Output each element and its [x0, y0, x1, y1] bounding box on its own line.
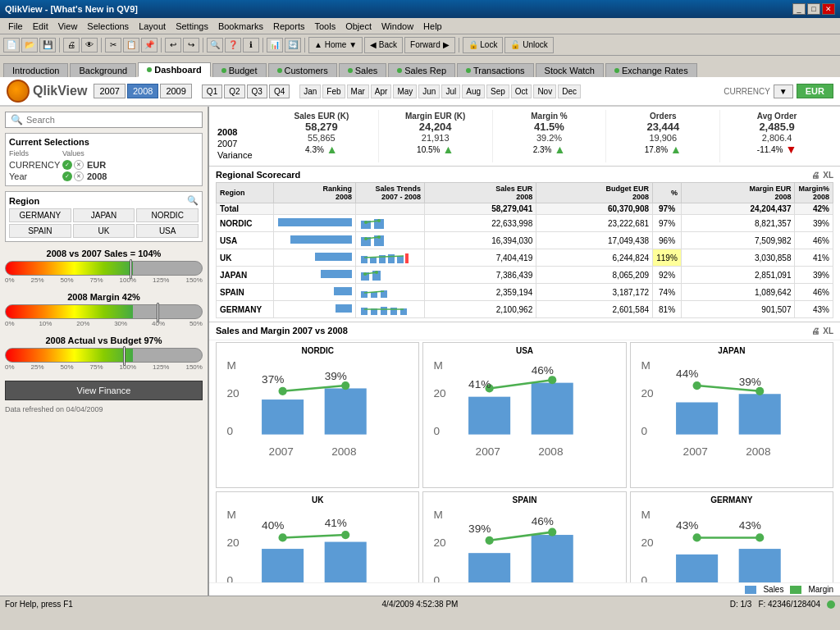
- toolbar-search[interactable]: 🔍: [207, 38, 223, 52]
- cs-year-white-icon[interactable]: ✕: [74, 171, 84, 181]
- menu-settings[interactable]: Settings: [171, 21, 213, 32]
- charts-print-icon[interactable]: 🖨: [811, 326, 819, 336]
- menu-layout[interactable]: Layout: [134, 21, 171, 32]
- cs-currency-green-icon[interactable]: ✓: [62, 160, 72, 170]
- menu-edit[interactable]: Edit: [28, 21, 53, 32]
- mar-button[interactable]: Mar: [347, 84, 369, 98]
- region-spain[interactable]: SPAIN: [9, 224, 71, 238]
- charts-grid: NORDIC M 20 0: [216, 342, 833, 506]
- sep-button[interactable]: Sep: [486, 84, 509, 98]
- region-usa[interactable]: USA: [136, 224, 199, 238]
- tab-salesrep-label: Sales Rep: [404, 66, 446, 75]
- tab-background[interactable]: Background: [70, 63, 136, 77]
- region-japan[interactable]: JAPAN: [73, 208, 135, 222]
- view-finance-button[interactable]: View Finance: [5, 381, 203, 400]
- q2-button[interactable]: Q2: [224, 84, 244, 98]
- scorecard-print-icon[interactable]: 🖨: [811, 171, 819, 180]
- menu-reports[interactable]: Reports: [268, 21, 310, 32]
- toolbar-help[interactable]: ❓: [225, 38, 241, 52]
- menu-view[interactable]: View: [53, 21, 83, 32]
- sc-total-marginpct: 42%: [795, 203, 833, 215]
- scorecard-xl-icon[interactable]: XL: [823, 171, 833, 180]
- gauge-budget-needle: [123, 346, 126, 366]
- menu-tools[interactable]: Tools: [309, 21, 340, 32]
- tab-stockwatch[interactable]: Stock Watch: [536, 63, 604, 77]
- year-2008-button[interactable]: 2008: [127, 84, 158, 98]
- tab-introduction[interactable]: Introduction: [3, 63, 68, 77]
- dec-button[interactable]: Dec: [558, 84, 581, 98]
- toolbar-new[interactable]: 📄: [3, 38, 20, 52]
- jan-button[interactable]: Jan: [299, 84, 321, 98]
- maximize-button[interactable]: □: [807, 3, 820, 15]
- toolbar-info[interactable]: ℹ: [243, 38, 259, 52]
- toolbar-save[interactable]: 💾: [39, 38, 56, 52]
- may-button[interactable]: May: [393, 84, 417, 98]
- aug-button[interactable]: Aug: [462, 84, 485, 98]
- cs-currency-white-icon[interactable]: ✕: [74, 160, 84, 170]
- tab-dashboard[interactable]: Dashboard: [138, 62, 210, 77]
- q1-button[interactable]: Q1: [202, 84, 222, 98]
- jun-button[interactable]: Jun: [418, 84, 440, 98]
- cs-year-green-icon[interactable]: ✓: [62, 171, 72, 181]
- close-button[interactable]: ✕: [822, 3, 835, 15]
- svg-rect-35: [262, 399, 304, 435]
- menu-bookmarks[interactable]: Bookmarks: [213, 21, 268, 32]
- region-search-icon[interactable]: 🔍: [187, 195, 199, 206]
- apr-button[interactable]: Apr: [371, 84, 392, 98]
- tab-transactions[interactable]: Transactions: [457, 63, 534, 77]
- tab-customers[interactable]: Customers: [268, 63, 337, 77]
- unlock-button[interactable]: 🔓 Unlock: [504, 37, 553, 53]
- region-germany[interactable]: GERMANY: [9, 208, 71, 222]
- nov-button[interactable]: Nov: [533, 84, 556, 98]
- charts-icons: 🖨 XL: [811, 326, 833, 336]
- toolbar-reload[interactable]: 🔄: [285, 38, 301, 52]
- toolbar-chart[interactable]: 📊: [267, 38, 283, 52]
- menu-object[interactable]: Object: [340, 21, 377, 32]
- sc-uk-region: UK: [217, 249, 274, 267]
- right-panel: 2008 2007 Variance Sales EUR (K) 58,279 …: [209, 107, 840, 596]
- tab-budget[interactable]: Budget: [212, 63, 267, 77]
- cs-currency-icons: ✓ ✕: [62, 160, 84, 170]
- svg-text:2007: 2007: [682, 445, 707, 458]
- menu-help[interactable]: Help: [418, 21, 447, 32]
- minimize-button[interactable]: _: [792, 3, 806, 15]
- q4-button[interactable]: Q4: [269, 84, 290, 98]
- lock-button[interactable]: 🔒 Lock: [463, 37, 504, 53]
- charts-xl-icon[interactable]: XL: [823, 326, 833, 336]
- back-button[interactable]: ◀ Back: [364, 37, 403, 53]
- svg-text:20: 20: [434, 387, 447, 399]
- svg-point-63: [756, 387, 764, 395]
- tab-sales[interactable]: Sales: [339, 63, 387, 77]
- menu-file[interactable]: File: [3, 21, 28, 32]
- toolbar-redo[interactable]: ↪: [183, 38, 199, 52]
- charts-header-row: Sales and Margin 2007 vs 2008 🖨 XL: [209, 322, 840, 340]
- forward-button[interactable]: Forward ▶: [404, 37, 454, 53]
- tab-salesrep[interactable]: Sales Rep: [388, 63, 455, 77]
- kpi-margin-header: Margin EUR (K): [382, 112, 489, 121]
- year-2007-button[interactable]: 2007: [94, 84, 125, 98]
- toolbar-print[interactable]: 🖨: [63, 38, 80, 52]
- toolbar-cut[interactable]: ✂: [105, 38, 121, 52]
- region-nordic[interactable]: NORDIC: [136, 208, 199, 222]
- chart-japan: JAPAN M 20 0 44% 39%: [630, 342, 833, 488]
- tab-exchangerates[interactable]: Exchange Rates: [605, 63, 697, 77]
- toolbar-paste[interactable]: 📌: [141, 38, 158, 52]
- sc-germany-margin: 901,507: [682, 301, 795, 318]
- kpi-avgorder-block: Avg Order 2,485.9 2,806.4 -11.4% ▼: [720, 110, 833, 162]
- oct-button[interactable]: Oct: [511, 84, 532, 98]
- toolbar-preview[interactable]: 👁: [81, 38, 98, 52]
- q3-button[interactable]: Q3: [247, 84, 267, 98]
- region-uk[interactable]: UK: [73, 224, 135, 238]
- toolbar-copy[interactable]: 📋: [123, 38, 139, 52]
- sc-spain-row: SPAIN 2,359,194 3,187,172 74% 1,089,642 …: [217, 284, 833, 301]
- search-input[interactable]: [26, 115, 197, 125]
- year-2009-button[interactable]: 2009: [160, 84, 191, 98]
- home-button[interactable]: ▲ Home ▼: [308, 37, 363, 53]
- feb-button[interactable]: Feb: [322, 84, 345, 98]
- toolbar-undo[interactable]: ↩: [165, 38, 181, 52]
- jul-button[interactable]: Jul: [441, 84, 460, 98]
- toolbar-open[interactable]: 📂: [21, 38, 38, 52]
- currency-dropdown[interactable]: ▼: [774, 84, 793, 98]
- menu-selections[interactable]: Selections: [82, 21, 134, 32]
- menu-window[interactable]: Window: [377, 21, 418, 32]
